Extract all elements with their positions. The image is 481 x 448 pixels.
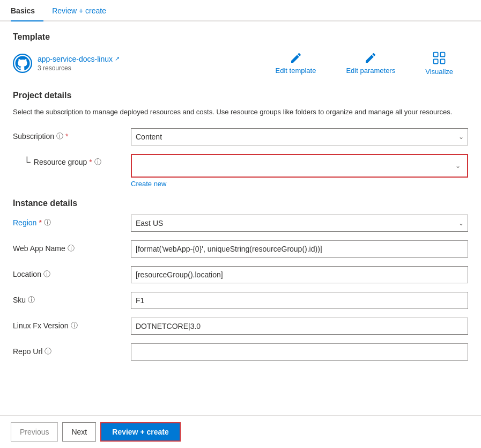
sku-input[interactable] [131, 292, 468, 309]
template-info: app-service-docs-linux ↗ 3 resources [13, 54, 131, 73]
sku-label: Sku ⓘ [13, 292, 131, 305]
svg-rect-4 [440, 59, 445, 63]
linux-fx-version-row: Linux Fx Version ⓘ [13, 318, 468, 335]
region-info-icon[interactable]: ⓘ [44, 218, 51, 227]
external-link-icon: ↗ [115, 55, 120, 62]
resource-group-label: Resource group * [34, 158, 92, 166]
sku-row: Sku ⓘ [13, 292, 468, 309]
visualize-button[interactable]: Visualize [421, 48, 457, 78]
repo-url-info-icon[interactable]: ⓘ [45, 347, 51, 356]
region-label: Region * ⓘ [13, 215, 131, 227]
template-actions: Edit template Edit parameters Visualize [271, 48, 468, 78]
resource-group-select-wrapper: ⌄ [134, 157, 465, 174]
web-app-name-row: Web App Name ⓘ [13, 240, 468, 258]
previous-button[interactable]: Previous [11, 422, 58, 442]
repo-url-control [131, 343, 468, 361]
project-details-description: Select the subscription to manage deploy… [13, 107, 468, 117]
resource-group-select[interactable] [134, 157, 465, 174]
edit-parameters-button[interactable]: Edit parameters [342, 49, 399, 77]
edit-parameters-icon [364, 52, 377, 64]
github-icon [13, 54, 32, 73]
repo-url-label: Repo Url ⓘ [13, 343, 131, 356]
resource-group-label-wrapper: └ Resource group * ⓘ [13, 154, 131, 167]
svg-rect-2 [440, 53, 445, 57]
template-section-title: Template [13, 32, 468, 42]
sku-info-icon[interactable]: ⓘ [28, 295, 35, 305]
main-content: Template app-service-docs-linux ↗ 3 reso… [0, 21, 481, 380]
bottom-navigation: Previous Next Review + create [0, 415, 481, 448]
subscription-select-wrapper: Content ⌄ [131, 128, 468, 145]
next-button[interactable]: Next [62, 422, 96, 442]
repo-url-input[interactable] [131, 343, 468, 361]
edit-template-button[interactable]: Edit template [271, 49, 321, 77]
linux-fx-version-info-icon[interactable]: ⓘ [71, 321, 78, 331]
instance-details-title: Instance details [13, 199, 468, 208]
subscription-select[interactable]: Content [131, 128, 468, 145]
web-app-name-label: Web App Name ⓘ [13, 240, 131, 253]
resource-group-info-icon[interactable]: ⓘ [94, 157, 101, 167]
instance-details-section: Instance details Region * ⓘ East US ⌄ We… [13, 199, 468, 361]
edit-template-icon [290, 52, 302, 64]
region-select-wrapper: East US ⌄ [131, 215, 468, 232]
resource-group-error-border: ⌄ [131, 154, 468, 178]
region-control: East US ⌄ [131, 215, 468, 232]
tab-bar: Basics Review + create [0, 0, 481, 21]
subscription-row: Subscription ⓘ Content ⌄ [13, 128, 468, 145]
subscription-control: Content ⌄ [131, 128, 468, 145]
project-details-title: Project details [13, 91, 468, 100]
tree-branch-icon: └ [24, 157, 31, 167]
tab-review-create[interactable]: Review + create [52, 0, 115, 21]
resource-group-row: └ Resource group * ⓘ ⌄ Create new [13, 154, 468, 188]
linux-fx-version-input[interactable] [131, 318, 468, 335]
template-name-block: app-service-docs-linux ↗ 3 resources [38, 55, 120, 72]
region-select[interactable]: East US [131, 215, 468, 232]
sku-control [131, 292, 468, 309]
template-resources: 3 resources [38, 64, 120, 72]
location-label: Location ⓘ [13, 266, 131, 279]
location-input[interactable] [131, 266, 468, 283]
location-row: Location ⓘ [13, 266, 468, 283]
linux-fx-version-label: Linux Fx Version ⓘ [13, 318, 131, 331]
template-link[interactable]: app-service-docs-linux ↗ [38, 55, 120, 63]
svg-rect-3 [434, 59, 438, 63]
project-details-section: Project details Select the subscription … [13, 91, 468, 188]
region-row: Region * ⓘ East US ⌄ [13, 215, 468, 232]
location-control [131, 266, 468, 283]
linux-fx-version-control [131, 318, 468, 335]
template-row: app-service-docs-linux ↗ 3 resources Edi… [13, 48, 468, 78]
svg-rect-1 [434, 53, 438, 57]
web-app-name-input[interactable] [131, 240, 468, 258]
create-new-link[interactable]: Create new [131, 180, 166, 188]
subscription-info-icon[interactable]: ⓘ [56, 131, 63, 141]
tab-basics[interactable]: Basics [11, 0, 43, 21]
web-app-name-info-icon[interactable]: ⓘ [68, 244, 75, 253]
resource-group-control: ⌄ Create new [131, 154, 468, 188]
review-create-button[interactable]: Review + create [100, 422, 180, 442]
subscription-label: Subscription ⓘ [13, 128, 131, 141]
location-info-icon[interactable]: ⓘ [43, 269, 50, 279]
repo-url-row: Repo Url ⓘ [13, 343, 468, 361]
visualize-icon [432, 50, 447, 65]
web-app-name-control [131, 240, 468, 258]
